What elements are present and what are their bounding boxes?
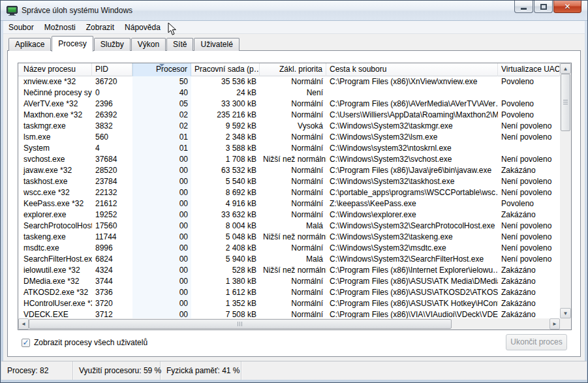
scroll-up-button[interactable]: ▲ bbox=[560, 63, 571, 74]
cell-pid: 3832 bbox=[92, 121, 132, 132]
cell-workingset: 33 632 kB bbox=[191, 209, 260, 221]
table-row[interactable]: wscc.exe *3222132008 692 kBNormálníC:\po… bbox=[18, 187, 560, 198]
horizontal-scrollbar[interactable]: ◄ ► bbox=[18, 318, 560, 329]
cell-workingset: 35 536 kB bbox=[191, 76, 260, 87]
table-row[interactable]: msdtc.exe8996002 408 kBNormálníC:\Window… bbox=[18, 243, 560, 254]
column-header-uac[interactable]: Virtualizace UAC bbox=[498, 63, 560, 76]
table-row[interactable]: ielowutil.exe *32432400528 kBNižší než n… bbox=[18, 265, 560, 276]
table-row[interactable]: SearchProtocolHost…17560008 004 kBMaláC:… bbox=[18, 221, 560, 232]
cell-path: C:\Program Files (x86)\VIA\VIAudioi\VDec… bbox=[326, 309, 498, 318]
cell-pid: 0 bbox=[92, 87, 132, 99]
table-row[interactable]: KeePass.exe *3221612004 916 kBNormálníZ:… bbox=[18, 198, 560, 209]
cell-pid: 2396 bbox=[92, 99, 132, 110]
column-header-workingset[interactable]: Pracovní sada (p… bbox=[191, 63, 260, 76]
close-button[interactable]: ✕ bbox=[553, 1, 581, 13]
cell-name: DMedia.exe *32 bbox=[18, 276, 92, 287]
cell-priority: Normální bbox=[260, 187, 326, 198]
cell-path: C:\Windows\explorer.exe bbox=[326, 209, 498, 221]
table-row[interactable]: taskmgr.exe3832029 592 kBVysokáC:\Window… bbox=[18, 121, 560, 132]
cell-path: C:\portable_apps\programs\WSCCPortable\w… bbox=[326, 187, 498, 198]
cell-cpu: 05 bbox=[132, 99, 191, 110]
cell-priority: Nižší než normální bbox=[260, 265, 326, 276]
cell-pid: 19252 bbox=[92, 209, 132, 221]
cell-cpu: 40 bbox=[132, 87, 191, 99]
cell-uac: Povoleno bbox=[498, 76, 560, 87]
menubar: Soubor Možnosti Zobrazit Nápověda bbox=[3, 21, 585, 34]
show-all-users-checkbox[interactable]: ✓ bbox=[22, 339, 30, 347]
menu-item-moznosti[interactable]: Možnosti bbox=[39, 21, 81, 34]
cell-cpu: 00 bbox=[132, 265, 191, 276]
scroll-left-button[interactable]: ◄ bbox=[18, 318, 29, 329]
cell-uac: Zakázáno bbox=[498, 165, 560, 176]
table-row[interactable]: DMedia.exe *323744001 380 kBNormálníC:\P… bbox=[18, 276, 560, 287]
table-row[interactable]: System4013 588 kBNormálníC:\Windows\syst… bbox=[18, 143, 560, 154]
cell-path: C:\Windows\System32\SearchProtocolHost.e… bbox=[326, 221, 498, 232]
cell-pid: 4 bbox=[92, 143, 132, 154]
scroll-down-button[interactable]: ▼ bbox=[560, 308, 571, 318]
cell-priority: Normální bbox=[260, 143, 326, 154]
vertical-scroll-thumb[interactable] bbox=[561, 74, 570, 131]
table-row[interactable]: lsm.exe560012 348 kBNormálníC:\Windows\S… bbox=[18, 132, 560, 143]
tab-aplikace[interactable]: Aplikace bbox=[8, 38, 51, 51]
tab-site[interactable]: Sítě bbox=[166, 38, 193, 51]
cell-pid: 3712 bbox=[92, 309, 132, 318]
table-row[interactable]: HControlUser.exe *323720001 352 kBNormál… bbox=[18, 298, 560, 309]
cell-uac: Zakázáno bbox=[498, 265, 560, 276]
table-row[interactable]: Nečinné procesy sy…04024 kBNení bbox=[18, 87, 560, 99]
horizontal-scroll-thumb[interactable] bbox=[29, 319, 452, 329]
column-header-pid[interactable]: PID bbox=[92, 63, 132, 76]
maximize-button[interactable] bbox=[534, 1, 553, 13]
tab-sluzby[interactable]: Služby bbox=[94, 38, 131, 51]
process-table: Název procesuPIDProcesorPracovní sada (p… bbox=[18, 63, 572, 330]
cell-workingset: 528 kB bbox=[191, 265, 260, 276]
end-process-button[interactable]: Ukončit proces bbox=[506, 334, 567, 350]
table-row[interactable]: SearchFilterHost.exe6824005 940 kBMaláC:… bbox=[18, 254, 560, 265]
table-row[interactable]: javaw.exe *32285200063 532 kBNormálníC:\… bbox=[18, 165, 560, 176]
cell-pid: 3744 bbox=[92, 276, 132, 287]
cell-uac: Povoleno bbox=[498, 110, 560, 121]
cell-uac: Není povoleno bbox=[498, 132, 560, 143]
processes-tab-panel: Název procesuPIDProcesorPracovní sada (p… bbox=[7, 50, 581, 357]
cell-priority: Normální bbox=[260, 209, 326, 221]
cell-path: C:\Program Files (x86)\ASUS\ATKOSD2\ATKO… bbox=[326, 287, 498, 298]
table-row[interactable]: ATKOSD2.exe *323736001 612 kBNormálníC:\… bbox=[18, 287, 560, 298]
column-header-name[interactable]: Název procesu bbox=[18, 63, 92, 76]
scroll-right-button[interactable]: ► bbox=[549, 318, 560, 329]
vertical-scrollbar[interactable]: ▲ ▼ bbox=[560, 63, 571, 318]
cell-uac: Není povoleno bbox=[498, 221, 560, 232]
checkmark-icon: ✓ bbox=[22, 339, 29, 346]
cell-pid: 8996 bbox=[92, 243, 132, 254]
cell-cpu: 00 bbox=[132, 165, 191, 176]
cell-path: C:\Windows\System32\taskmgr.exe bbox=[326, 121, 498, 132]
table-row[interactable]: Maxthon.exe *322639202235 216 kBNormální… bbox=[18, 110, 560, 121]
cell-name: taskmgr.exe bbox=[18, 121, 92, 132]
table-row[interactable]: VDECK.EXE3712007 508 kBNormálníC:\Progra… bbox=[18, 309, 560, 318]
table-row[interactable]: xnview.exe *32367205035 536 kBNormálníC:… bbox=[18, 76, 560, 87]
column-header-cpu[interactable]: Procesor bbox=[132, 63, 191, 76]
cell-name: xnview.exe *32 bbox=[18, 76, 92, 87]
cell-workingset: 7 508 kB bbox=[191, 309, 260, 318]
cell-path: C:\Windows\System32\lsm.exe bbox=[326, 132, 498, 143]
table-row[interactable]: svchost.exe37684001 708 kBNižší než norm… bbox=[18, 154, 560, 165]
table-row[interactable]: explorer.exe192520033 632 kBNormálníC:\W… bbox=[18, 209, 560, 221]
table-row[interactable]: taskhost.exe23784005 540 kBNormálníC:\Wi… bbox=[18, 176, 560, 187]
scrollbar-corner bbox=[560, 318, 571, 329]
menu-item-zobrazit[interactable]: Zobrazit bbox=[81, 21, 119, 34]
menu-item-napoveda[interactable]: Nápověda bbox=[119, 21, 166, 34]
cell-pid: 22132 bbox=[92, 187, 132, 198]
column-header-priority[interactable]: Zákl. priorita bbox=[260, 63, 326, 76]
table-row[interactable]: taskeng.exe11744005 048 kBNižší než norm… bbox=[18, 232, 560, 243]
menu-item-soubor[interactable]: Soubor bbox=[3, 21, 39, 34]
titlebar[interactable]: Správce úloh systému Windows ✕ bbox=[1, 1, 587, 21]
cell-priority: Nižší než normální bbox=[260, 154, 326, 165]
tab-vykon[interactable]: Výkon bbox=[131, 38, 166, 51]
tab-procesy[interactable]: Procesy bbox=[52, 36, 93, 52]
cell-priority: Normální bbox=[260, 243, 326, 254]
cell-pid: 560 bbox=[92, 132, 132, 143]
cell-priority: Normální bbox=[260, 132, 326, 143]
tab-uzivatele[interactable]: Uživatelé bbox=[194, 38, 239, 51]
column-header-path[interactable]: Cesta k souboru bbox=[326, 63, 498, 76]
table-row[interactable]: AVerTV.exe *3223960533 300 kBNormálníC:\… bbox=[18, 99, 560, 110]
cell-cpu: 00 bbox=[132, 243, 191, 254]
minimize-button[interactable] bbox=[514, 1, 533, 13]
